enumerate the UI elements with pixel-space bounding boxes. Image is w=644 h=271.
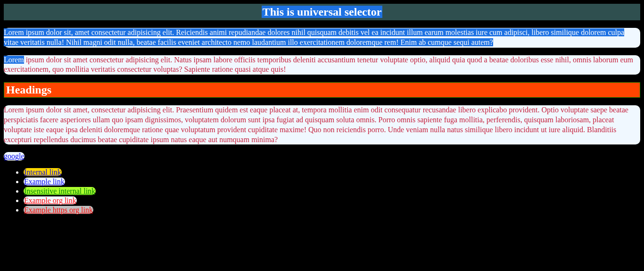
list-item: Example https org link [24,206,640,214]
list-item: Insensitive internal link [24,187,640,195]
paragraph-2-rest: ipsum dolor sit amet consectetur adipisi… [4,56,633,74]
example-link[interactable]: Example link [24,178,65,186]
paragraph-1-text: Lorem ipsum dolor sit, amet consectetur … [4,28,624,46]
paragraph-2-prefix: Lorem [4,56,24,64]
insensitive-internal-link[interactable]: Insensitive internal link [24,187,96,195]
paragraph-2: Lorem ipsum dolor sit amet consectetur a… [4,55,640,75]
example-https-org-link[interactable]: Example https org link [24,206,93,214]
paragraph-1: Lorem ipsum dolor sit, amet consectetur … [4,28,640,48]
links-list: Internal link Example link Insensitive i… [4,168,640,214]
google-link[interactable]: google [4,152,25,161]
list-item: Example org link [24,196,640,205]
internal-link[interactable]: Internal link [24,168,62,176]
paragraph-3: Lorem ipsum dolor sit amet, consectetur … [4,105,640,144]
universal-selector-heading: This is universal selector [4,4,640,20]
universal-selector-title: This is universal selector [262,6,383,18]
list-item: Internal link [24,168,640,177]
headings-title: Headings [4,82,640,98]
list-item: Example link [24,178,640,186]
example-org-link[interactable]: Example org link [24,196,77,204]
